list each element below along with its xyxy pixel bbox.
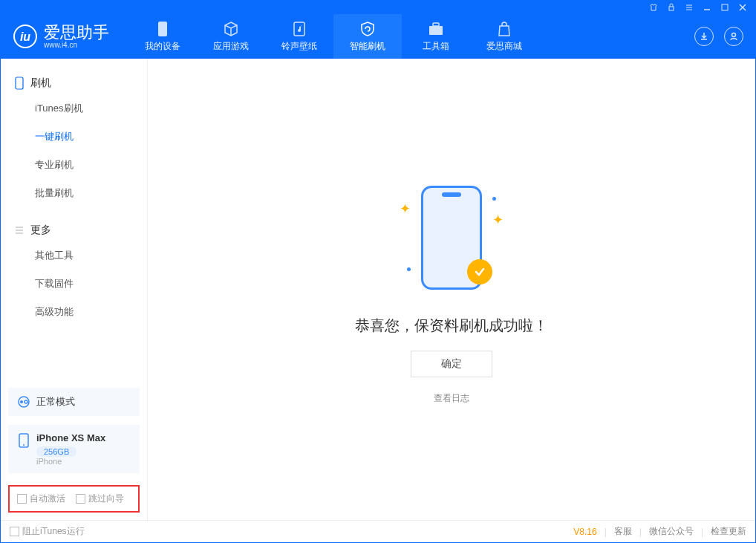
tab-label: 我的设备 <box>145 40 180 53</box>
tshirt-icon[interactable] <box>648 2 659 13</box>
support-link[interactable]: 客服 <box>614 525 632 538</box>
flash-options: 自动激活 跳过向导 <box>8 485 140 513</box>
sidebar-item-batch-flash[interactable]: 批量刷机 <box>1 179 147 207</box>
toolbox-icon <box>428 21 444 37</box>
success-message: 恭喜您，保资料刷机成功啦！ <box>355 316 548 336</box>
app-window: iu 爱思助手 www.i4.cn 我的设备 应用游戏 铃声壁纸 智能刷机 工具… <box>0 0 756 543</box>
tab-smart-flash[interactable]: 智能刷机 <box>333 14 402 59</box>
svg-rect-15 <box>16 77 23 89</box>
version-label: V8.16 <box>573 527 596 537</box>
svg-point-21 <box>25 400 27 403</box>
phone-icon <box>17 432 30 449</box>
tab-apps-games[interactable]: 应用游戏 <box>197 14 265 59</box>
device-storage: 256GB <box>36 446 76 457</box>
logo-icon: iu <box>13 24 38 49</box>
lock-icon[interactable] <box>666 2 677 13</box>
close-icon[interactable] <box>737 2 748 13</box>
mode-card[interactable]: 正常模式 <box>8 388 140 416</box>
maximize-icon[interactable] <box>720 2 730 13</box>
block-itunes-label: 阻止iTunes运行 <box>22 525 85 538</box>
sidebar-head-label: 刷机 <box>30 77 51 90</box>
checkbox-icon <box>17 494 27 504</box>
nav-tabs: 我的设备 应用游戏 铃声壁纸 智能刷机 工具箱 爱思商城 <box>128 14 538 59</box>
svg-point-23 <box>23 444 25 446</box>
sidebar-item-advanced[interactable]: 高级功能 <box>1 298 147 326</box>
tab-label: 铃声壁纸 <box>281 40 317 53</box>
app-title: 爱思助手 <box>44 25 109 41</box>
check-update-link[interactable]: 检查更新 <box>711 525 746 538</box>
sidebar-item-other-tools[interactable]: 其他工具 <box>1 241 147 270</box>
device-card[interactable]: iPhone XS Max 256GB iPhone <box>8 425 140 473</box>
sidebar-head-flash: 刷机 <box>1 72 147 94</box>
sparkle-icon: ✦ <box>400 201 411 217</box>
svg-rect-0 <box>669 7 674 10</box>
device-icon <box>157 21 169 37</box>
checkbox-icon <box>76 494 85 504</box>
music-icon <box>292 21 307 37</box>
download-button[interactable] <box>694 27 714 46</box>
tab-toolbox[interactable]: 工具箱 <box>402 14 470 59</box>
svg-rect-13 <box>433 23 439 26</box>
mode-icon <box>17 395 30 409</box>
opt-skip-guide[interactable]: 跳过向导 <box>76 492 124 505</box>
app-logo: iu 爱思助手 www.i4.cn <box>1 24 121 49</box>
checkbox-icon <box>10 527 19 536</box>
tab-label: 应用游戏 <box>213 40 249 53</box>
sidebar-item-pro-flash[interactable]: 专业刷机 <box>1 151 147 179</box>
dot-icon <box>407 267 411 271</box>
tab-ringtone-wallpaper[interactable]: 铃声壁纸 <box>265 14 333 59</box>
sidebar-section-flash: 刷机 iTunes刷机 一键刷机 专业刷机 批量刷机 <box>1 66 147 213</box>
opt-auto-activate[interactable]: 自动激活 <box>17 492 65 505</box>
sidebar-item-download-firmware[interactable]: 下载固件 <box>1 270 147 298</box>
sidebar-head-label: 更多 <box>30 224 51 237</box>
minimize-icon[interactable] <box>702 2 712 13</box>
list-icon <box>14 225 25 235</box>
svg-point-20 <box>20 400 23 403</box>
tab-my-device[interactable]: 我的设备 <box>128 14 197 59</box>
mode-label: 正常模式 <box>36 395 75 409</box>
cube-icon <box>223 21 239 37</box>
body: 刷机 iTunes刷机 一键刷机 专业刷机 批量刷机 更多 其他工具 下载固件 … <box>1 59 755 520</box>
header-actions <box>694 27 755 46</box>
sidebar-section-more: 更多 其他工具 下载固件 高级功能 <box>1 213 147 332</box>
app-url: www.i4.cn <box>44 41 109 49</box>
block-itunes-checkbox[interactable]: 阻止iTunes运行 <box>10 525 85 538</box>
view-log-link[interactable]: 查看日志 <box>434 392 469 405</box>
tab-store[interactable]: 爱思商城 <box>470 14 538 59</box>
opt-label: 自动激活 <box>30 492 65 505</box>
svg-rect-12 <box>429 26 443 35</box>
title-bar <box>1 1 755 14</box>
tab-label: 爱思商城 <box>486 40 522 53</box>
user-button[interactable] <box>724 27 743 46</box>
tab-label: 工具箱 <box>423 40 449 53</box>
svg-rect-10 <box>158 22 167 36</box>
shield-refresh-icon <box>359 21 376 37</box>
svg-rect-5 <box>722 4 728 10</box>
status-bar: 阻止iTunes运行 V8.16 | 客服 | 微信公众号 | 检查更新 <box>1 520 755 542</box>
ok-button[interactable]: 确定 <box>411 351 492 377</box>
sidebar: 刷机 iTunes刷机 一键刷机 专业刷机 批量刷机 更多 其他工具 下载固件 … <box>1 59 148 520</box>
main-content: ✦ ✦ 恭喜您，保资料刷机成功啦！ 确定 查看日志 <box>148 59 755 520</box>
wechat-link[interactable]: 微信公众号 <box>649 525 694 538</box>
svg-point-14 <box>732 33 736 37</box>
opt-label: 跳过向导 <box>88 492 124 505</box>
sidebar-item-itunes-flash[interactable]: iTunes刷机 <box>1 94 147 123</box>
dot-icon <box>492 197 496 201</box>
success-illustration: ✦ ✦ <box>385 175 518 301</box>
sidebar-item-oneclick-flash[interactable]: 一键刷机 <box>1 123 147 151</box>
check-badge-icon <box>467 259 492 284</box>
device-outline-icon <box>14 77 25 90</box>
tab-label: 智能刷机 <box>350 40 385 53</box>
menu-icon[interactable] <box>684 2 694 13</box>
device-type: iPhone <box>36 457 105 466</box>
svg-text:iu: iu <box>20 30 30 43</box>
bag-icon <box>497 21 512 37</box>
sparkle-icon: ✦ <box>492 212 504 228</box>
device-name: iPhone XS Max <box>36 432 105 443</box>
sidebar-head-more: 更多 <box>1 219 147 241</box>
header: iu 爱思助手 www.i4.cn 我的设备 应用游戏 铃声壁纸 智能刷机 工具… <box>1 14 755 59</box>
